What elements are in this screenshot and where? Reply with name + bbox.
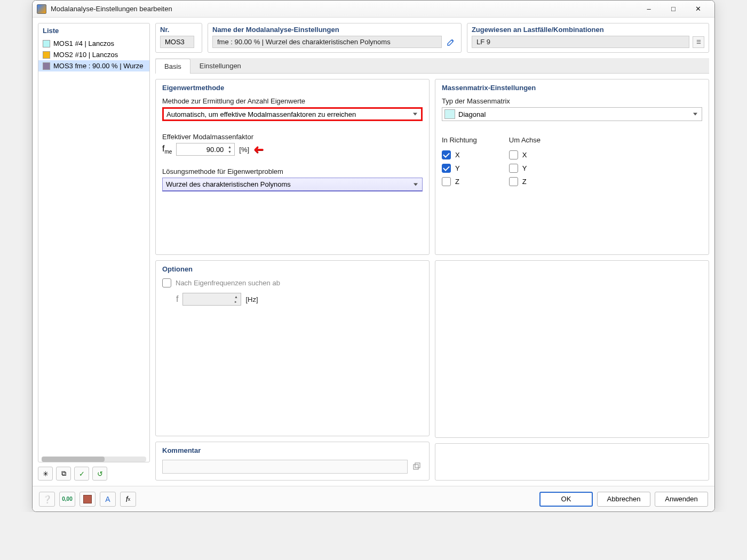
eigenfreq-label: Nach Eigenfrequenzen suchen ab — [176, 279, 280, 287]
function-button[interactable]: fx — [120, 492, 136, 507]
apply-button[interactable]: Anwenden — [655, 492, 708, 507]
factor-value: 90.00 — [206, 146, 224, 154]
method-select[interactable]: Automatisch, um effektive Modalmassenfak… — [162, 107, 423, 121]
spinner-icon[interactable]: ▲▼ — [226, 145, 233, 154]
footer: ❔ 0,00 A fx OK Abbrechen Anwenden — [33, 486, 714, 511]
solver-label: Lösungsmethode für Eigenwertproblem — [162, 167, 423, 175]
factor-label: Effektiver Modalmassenfaktor — [162, 133, 423, 141]
group-title: Optionen — [162, 265, 423, 273]
list-item[interactable]: MOS1 #4 | Lanczos — [38, 38, 149, 49]
annotation-arrow-icon: ➜ — [253, 143, 264, 156]
titlebar: Modalanalyse-Einstellungen bearbeiten – … — [33, 1, 714, 18]
method-select-value: Automatisch, um effektive Modalmassenfak… — [166, 110, 356, 118]
eigenfreq-checkbox[interactable]: Nach Eigenfrequenzen suchen ab — [162, 278, 423, 287]
factor-symbol: fme — [162, 144, 172, 155]
f-unit: [Hz] — [245, 295, 258, 303]
checkbox-icon — [442, 177, 451, 186]
assign-box: Zugewiesen an Lastfälle/Kombinationen LF… — [467, 23, 709, 53]
axis-header: Um Achse — [509, 136, 541, 144]
dialog-window: Modalanalyse-Einstellungen bearbeiten – … — [32, 0, 715, 512]
window-title: Modalanalyse-Einstellungen bearbeiten — [51, 5, 637, 13]
checkbox-icon — [442, 150, 451, 159]
tab-basis[interactable]: Basis — [155, 59, 190, 74]
checkbox-icon — [509, 150, 518, 159]
comment-library-icon[interactable] — [411, 461, 423, 473]
duplicate-button[interactable]: ⧉ — [56, 467, 71, 481]
help-button[interactable]: ❔ — [39, 492, 55, 507]
assign-details-icon[interactable]: ☰ — [693, 36, 704, 48]
color-swatch — [43, 62, 50, 70]
font-button[interactable]: A — [100, 492, 116, 507]
dir-z-checkbox[interactable]: Z — [442, 177, 477, 186]
mass-type-select[interactable]: Diagonal — [442, 107, 702, 121]
comment-group: Kommentar — [155, 442, 430, 481]
list-item-label: MOS1 #4 | Lanczos — [53, 39, 114, 47]
cancel-button[interactable]: Abbrechen — [597, 492, 650, 507]
assign-field[interactable]: LF 9 — [472, 36, 689, 48]
list-items: MOS1 #4 | Lanczos MOS2 #10 | Lanczos MOS… — [38, 38, 149, 453]
list-item[interactable]: MOS2 #10 | Lanczos — [38, 49, 149, 60]
checkbox-icon — [509, 164, 518, 173]
tab-bar: Basis Einstellungen — [155, 58, 709, 74]
axis-x-checkbox[interactable]: X — [509, 150, 541, 159]
color-button[interactable] — [80, 492, 96, 507]
nr-box: Nr. MOS3 — [155, 23, 202, 53]
svg-rect-1 — [415, 463, 420, 468]
f-symbol: f — [176, 294, 178, 304]
factor-unit: [%] — [239, 146, 249, 154]
color-swatch — [43, 51, 50, 59]
ok-button[interactable]: OK — [539, 492, 593, 507]
assign-label: Zugewiesen an Lastfälle/Kombinationen — [472, 26, 704, 34]
list-item-label: MOS2 #10 | Lanczos — [53, 51, 118, 59]
list-item-label: MOS3 fme : 90.00 % | Wurze — [53, 62, 144, 70]
list-item[interactable]: MOS3 fme : 90.00 % | Wurze — [38, 60, 149, 71]
svg-rect-0 — [414, 465, 418, 469]
empty-group-1 — [435, 260, 709, 438]
f-input: ▲▸ — [182, 293, 241, 306]
close-button[interactable]: ✕ — [686, 1, 710, 18]
name-label: Name der Modalanalyse-Einstellungen — [212, 26, 457, 34]
checklist-button[interactable]: ✓ — [74, 467, 89, 481]
color-swatch — [43, 40, 50, 47]
eigenvalue-method-group: Eigenwertmethode Methode zur Ermittlung … — [155, 79, 430, 255]
edit-name-icon[interactable] — [445, 36, 457, 48]
nr-value: MOS3 — [160, 36, 194, 48]
name-field[interactable]: fme : 90.00 % | Wurzel des charakteristi… — [212, 36, 442, 48]
solver-select-value: Wurzel des charakteristischen Polynoms — [166, 180, 291, 188]
axis-y-checkbox[interactable]: Y — [509, 164, 541, 173]
dir-x-checkbox[interactable]: X — [442, 150, 477, 159]
mass-type-label: Typ der Massenmatrix — [442, 97, 702, 105]
tab-settings[interactable]: Einstellungen — [190, 58, 250, 73]
list-toolbar: ✳ ⧉ ✓ ↺ — [38, 467, 150, 481]
mass-matrix-group: Massenmatrix-Einstellungen Typ der Masse… — [435, 79, 709, 255]
direction-header: In Richtung — [442, 136, 477, 144]
comment-field[interactable] — [162, 460, 408, 474]
group-title: Kommentar — [162, 446, 423, 454]
nr-label: Nr. — [160, 26, 197, 34]
method-label: Methode zur Ermittlung der Anzahl Eigenw… — [162, 97, 423, 105]
checkbox-icon — [509, 177, 518, 186]
dir-y-checkbox[interactable]: Y — [442, 164, 477, 173]
name-box: Name der Modalanalyse-Einstellungen fme … — [208, 23, 462, 53]
group-title: Eigenwertmethode — [162, 84, 423, 92]
spinner-icon: ▲▸ — [232, 294, 240, 304]
type-color-swatch — [444, 109, 455, 119]
options-group: Optionen Nach Eigenfrequenzen suchen ab … — [155, 260, 430, 436]
empty-group-2 — [435, 443, 709, 481]
checkbox-icon — [162, 278, 171, 287]
reset-checks-button[interactable]: ↺ — [92, 467, 107, 481]
list-panel-title: Liste — [38, 23, 149, 38]
minimize-button[interactable]: – — [637, 1, 661, 18]
checkbox-icon — [442, 164, 451, 173]
horizontal-scrollbar[interactable] — [42, 457, 146, 462]
factor-input[interactable]: 90.00 ▲▼ — [176, 143, 235, 156]
new-item-button[interactable]: ✳ — [38, 467, 53, 481]
units-button[interactable]: 0,00 — [59, 492, 75, 507]
maximize-button[interactable]: □ — [661, 1, 686, 18]
axis-z-checkbox[interactable]: Z — [509, 177, 541, 186]
group-title: Massenmatrix-Einstellungen — [442, 84, 702, 92]
solver-select[interactable]: Wurzel des charakteristischen Polynoms — [162, 178, 423, 191]
app-icon — [37, 4, 46, 14]
mass-type-value: Diagonal — [458, 110, 486, 118]
